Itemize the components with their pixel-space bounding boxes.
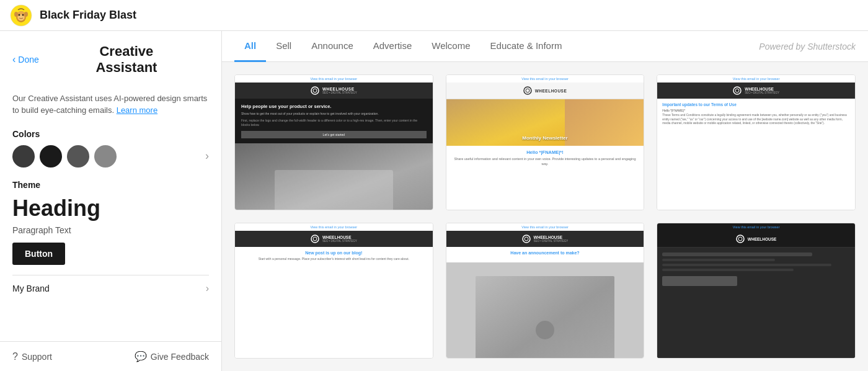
preview-dark-body-6: [657, 248, 855, 359]
sidebar-header: Done Creative Assistant: [0, 31, 221, 83]
preview-hero-text-2: Monthly Newsletter: [446, 135, 644, 141]
brand-label: My Brand: [12, 284, 50, 293]
preview-cta-1: Let's get started: [241, 131, 427, 138]
feedback-label: Give Feedback: [151, 352, 209, 362]
template-card-important-notification[interactable]: View this email in your browser WHEELHOU…: [657, 74, 856, 210]
preview-logo-sub-1: SEO • DIGITAL STRATEGY: [322, 91, 357, 94]
preview-view-browser-4: View this email in your browser: [235, 223, 433, 231]
preview-content-5: Have an announcement to make?: [446, 247, 644, 262]
template-card-blog-post[interactable]: View this email in your browser WHEELHOU…: [234, 223, 433, 359]
preview-content-3: Important updates to our Terms of Use He…: [657, 99, 855, 210]
preview-photo-5: [446, 262, 644, 359]
tab-educate[interactable]: Educate & Inform: [480, 32, 572, 62]
preview-blue-title-3: Important updates to our Terms of Use: [662, 102, 850, 107]
theme-section: Theme Heading Paragraph Text Button: [12, 180, 209, 275]
preview-subtitle-4: Start with a personal message. Place you…: [240, 257, 428, 261]
color-swatch-1[interactable]: [12, 145, 35, 168]
feedback-button[interactable]: 💬 Give Feedback: [135, 351, 209, 362]
template-card-how-to-get-started[interactable]: View this email in your browser WHEELHOU…: [234, 74, 433, 210]
preview-view-browser-1: View this email in your browser: [235, 75, 433, 83]
colors-row: ›: [12, 145, 209, 168]
preview-blue-title-4: New post is up on our blog!: [240, 251, 428, 255]
template-card-announcement[interactable]: View this email in your browser WHEELHOU…: [446, 223, 645, 359]
svg-point-11: [526, 89, 529, 92]
theme-label: Theme: [12, 180, 209, 190]
done-link[interactable]: Done: [12, 54, 39, 65]
learn-more-link[interactable]: Learn more: [117, 105, 157, 115]
preview-logo-sub-3: SEO • DIGITAL STRATEGY: [745, 91, 779, 94]
svg-point-5: [22, 14, 24, 16]
preview-header-4: WHEELHOUSE SEO • DIGITAL STRATEGY: [235, 231, 433, 247]
sidebar-description: Our Creative Assistant uses AI-powered d…: [12, 92, 209, 117]
color-swatch-4[interactable]: [94, 145, 117, 168]
preview-subtitle-2: Share useful information and relevant co…: [453, 157, 638, 166]
preview-header-5: WHEELHOUSE SEO • DIGITAL STRATEGY: [446, 231, 644, 247]
preview-hero-2: Monthly Newsletter: [446, 99, 644, 146]
template-preview-5: View this email in your browser WHEELHOU…: [446, 223, 644, 359]
preview-dark-section-1: Help people use your product or service.…: [235, 99, 433, 143]
preview-logo-4: WHEELHOUSE: [322, 235, 357, 239]
template-card-monthly-newsletter[interactable]: View this email in your browser WHEELHOU…: [446, 74, 645, 210]
preview-greeting-2: Hello *|FNAME|*!: [453, 150, 638, 155]
content-area: All Sell Announce Advertise Welcome Educ…: [222, 31, 868, 371]
colors-expand-arrow[interactable]: ›: [205, 150, 209, 163]
preview-blue-title-5: Have an announcement to make?: [451, 251, 639, 255]
template-preview-3: View this email in your browser WHEELHOU…: [657, 75, 855, 210]
preview-content-4: New post is up on our blog! Start with a…: [235, 247, 433, 359]
template-preview-6: View this email in your browser WHEELHOU…: [657, 223, 855, 359]
template-card-dark[interactable]: View this email in your browser WHEELHOU…: [657, 223, 856, 359]
svg-point-15: [313, 237, 317, 241]
preview-header-2: WHEELHOUSE: [446, 83, 644, 99]
powered-by: Powered by Shutterstock: [759, 42, 856, 51]
feedback-icon: 💬: [135, 351, 147, 362]
preview-header-1: WHEELHOUSE SEO • DIGITAL STRATEGY: [235, 83, 433, 99]
svg-point-16: [523, 235, 530, 243]
svg-point-10: [524, 87, 531, 94]
preview-logo-2: WHEELHOUSE: [535, 89, 567, 93]
tab-advertise[interactable]: Advertise: [363, 32, 422, 62]
sidebar: Done Creative Assistant Our Creative Ass…: [0, 31, 222, 371]
tab-welcome[interactable]: Welcome: [422, 32, 480, 62]
sidebar-title-area: Creative Assistant: [44, 43, 209, 76]
theme-button-preview[interactable]: Button: [12, 243, 65, 265]
support-icon: ?: [12, 351, 18, 362]
preview-logo-1: WHEELHOUSE: [322, 87, 357, 91]
svg-point-7: [24, 12, 28, 17]
svg-point-14: [311, 235, 319, 243]
svg-point-9: [313, 89, 317, 92]
tab-all[interactable]: All: [234, 32, 266, 62]
tab-announce[interactable]: Announce: [301, 32, 363, 62]
svg-point-17: [525, 237, 528, 241]
svg-point-19: [738, 237, 742, 241]
template-preview-2: View this email in your browser WHEELHOU…: [446, 75, 644, 210]
sidebar-footer: ? Support 💬 Give Feedback: [0, 341, 221, 371]
svg-point-12: [733, 87, 741, 94]
preview-view-browser-5: View this email in your browser: [446, 223, 644, 231]
svg-point-6: [14, 12, 18, 17]
svg-point-13: [735, 89, 739, 92]
brand-row[interactable]: My Brand ›: [12, 275, 209, 302]
svg-point-18: [737, 235, 744, 243]
tab-sell[interactable]: Sell: [266, 32, 301, 62]
preview-content-2: Hello *|FNAME|*! Share useful informatio…: [446, 146, 644, 210]
support-button[interactable]: ? Support: [12, 351, 52, 362]
preview-header-6: WHEELHOUSE: [657, 231, 855, 248]
top-bar: Black Friday Blast: [0, 0, 868, 31]
tabs-bar: All Sell Announce Advertise Welcome Educ…: [222, 31, 868, 62]
app-title: Black Friday Blast: [40, 9, 136, 22]
preview-view-browser-3: View this email in your browser: [657, 75, 855, 83]
preview-logo-5: WHEELHOUSE: [534, 235, 569, 239]
template-preview-1: View this email in your browser WHEELHOU…: [235, 75, 433, 210]
color-swatch-3[interactable]: [67, 145, 89, 168]
preview-photo-1: [235, 143, 433, 210]
brand-expand-arrow: ›: [206, 283, 209, 294]
color-swatch-2[interactable]: [40, 145, 62, 168]
sidebar-content: Our Creative Assistant uses AI-powered d…: [0, 83, 221, 341]
template-preview-4: View this email in your browser WHEELHOU…: [235, 223, 433, 359]
theme-paragraph-preview: Paragraph Text: [12, 225, 209, 235]
colors-label: Colors: [12, 129, 209, 139]
mailchimp-logo: [10, 4, 32, 27]
preview-view-browser-6: View this email in your browser: [657, 223, 855, 231]
preview-body-3: These Terms and Conditions constitute a …: [662, 114, 850, 126]
theme-heading-preview: Heading: [12, 196, 209, 221]
